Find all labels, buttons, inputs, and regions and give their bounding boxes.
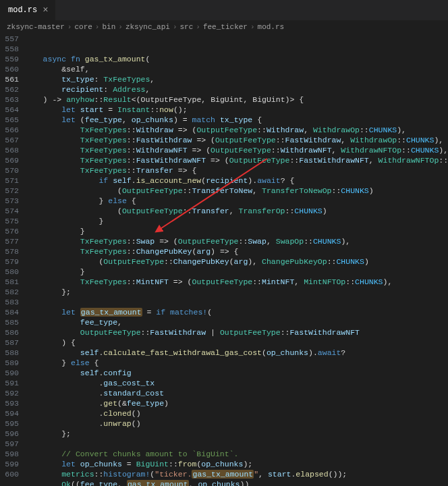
code-area[interactable]: async fn gas_tx_amount( &self, tx_type: … xyxy=(24,34,448,486)
tab-bar: mod.rs × xyxy=(0,0,448,20)
crumb[interactable]: fee_ticker xyxy=(203,23,248,31)
chevron-right-icon: › xyxy=(67,23,72,31)
crumb[interactable]: core xyxy=(74,23,92,31)
chevron-right-icon: › xyxy=(95,23,100,31)
breadcrumb[interactable]: zksync-master› core› bin› zksync_api› sr… xyxy=(0,20,448,34)
crumb[interactable]: src xyxy=(180,23,194,31)
chevron-right-icon: › xyxy=(196,23,200,31)
line-number-gutter: 5575585595605615625635645655665675685695… xyxy=(0,34,24,486)
close-icon[interactable]: × xyxy=(41,5,49,16)
code-editor[interactable]: 5575585595605615625635645655665675685695… xyxy=(0,34,448,486)
tab-label: mod.rs xyxy=(8,5,37,15)
crumb[interactable]: zksync_api xyxy=(125,23,170,31)
chevron-right-icon: › xyxy=(118,23,123,31)
crumb[interactable]: bin xyxy=(102,23,115,31)
tab-mod-rs[interactable]: mod.rs × xyxy=(0,0,56,20)
chevron-right-icon: › xyxy=(173,23,177,31)
crumb[interactable]: mod.rs xyxy=(258,23,285,31)
chevron-right-icon: › xyxy=(250,23,255,31)
crumb[interactable]: zksync-master xyxy=(7,23,65,31)
